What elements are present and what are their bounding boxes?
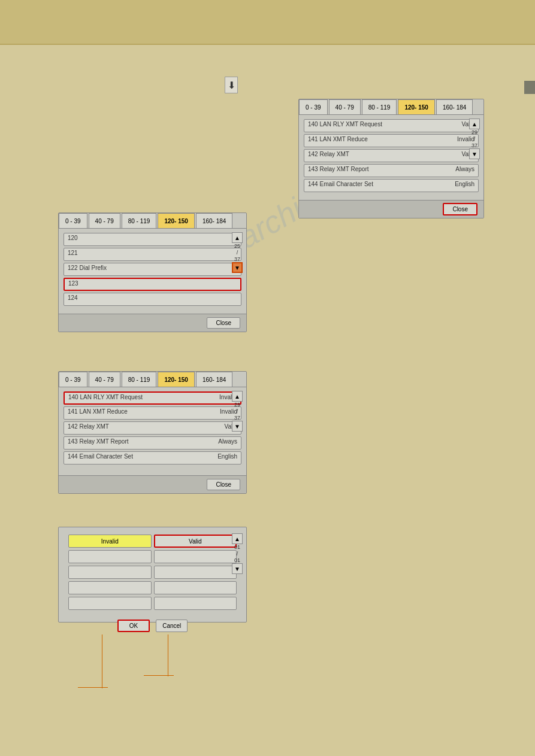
row-140-btn-p3[interactable]: 140 LAN RLY XMT RequestValid — [304, 119, 479, 132]
panel4-actions: OK Cancel — [59, 617, 246, 634]
panel2-footer: Close — [59, 475, 246, 493]
close-btn-p3[interactable]: Close — [443, 203, 477, 215]
scroll-down-p3[interactable]: ▼ — [469, 148, 480, 159]
row-144-p3: 144 Email Character SetEnglish — [304, 179, 479, 192]
value-cell-1[interactable] — [68, 550, 152, 563]
panel-scroll-list: 0 - 39 40 - 79 80 - 119 120- 150 160- 18… — [58, 212, 247, 332]
tab-40-79-p1[interactable]: 40 - 79 — [89, 213, 120, 228]
row-124-btn[interactable]: 124 — [64, 293, 241, 306]
scroll-up-p3[interactable]: ▲ — [469, 119, 480, 129]
tab-160-184-p1[interactable]: 160- 184 — [196, 213, 232, 228]
scroll-down-p1[interactable]: ▼ — [232, 262, 243, 273]
value-valid[interactable]: Valid — [154, 535, 237, 548]
panel1-tabs: 0 - 39 40 - 79 80 - 119 120- 150 160- 18… — [59, 213, 246, 229]
row-141-btn-p2[interactable]: 141 LAN XMT ReduceInvalid — [64, 406, 241, 420]
panel3-scroll: ▲ 29/37 ▼ — [469, 119, 480, 159]
panel1-scroll: ▲ 25/37 ▼ — [232, 232, 243, 273]
tab-40-79-p2[interactable]: 40 - 79 — [89, 372, 120, 387]
row-142-p3: 142 Relay XMTValid — [304, 149, 479, 162]
panel1-footer: Close — [59, 314, 246, 332]
tab-80-119-p2[interactable]: 80 - 119 — [122, 372, 157, 387]
row-143-btn-p3[interactable]: 143 Relay XMT ReportAlways — [304, 164, 479, 177]
row-124: 124 — [64, 293, 241, 306]
tab-160-184-p2[interactable]: 160- 184 — [196, 372, 232, 387]
tab-40-79-p3[interactable]: 40 - 79 — [329, 99, 361, 114]
panel2-scroll: ▲ 29/37 ▼ — [232, 391, 243, 432]
scroll-count-p4: 01/01 — [234, 544, 240, 563]
row-142-btn-p3[interactable]: 142 Relay XMTValid — [304, 149, 479, 162]
row-144-btn-p3[interactable]: 144 Email Character SetEnglish — [304, 179, 479, 192]
scroll-down-p2[interactable]: ▼ — [232, 421, 243, 432]
right-accent — [524, 81, 535, 94]
row-142-btn-p2[interactable]: 142 Relay XMTValid — [64, 421, 241, 435]
annotation-line-horiz-left — [78, 687, 108, 688]
tab-80-119-p1[interactable]: 80 - 119 — [122, 213, 157, 228]
row-140-p2: 140 LAN RLY XMT RequestInvalid — [64, 391, 241, 405]
panel-values-list: 0 - 39 40 - 79 80 - 119 120- 150 160- 18… — [58, 371, 247, 494]
panel2-body: 140 LAN RLY XMT RequestInvalid 141 LAN X… — [59, 387, 246, 469]
row-122: 122 Dial Prefix — [64, 263, 241, 276]
tab-120-150-p1[interactable]: 120- 150 — [158, 213, 194, 228]
value-cell-6[interactable] — [154, 581, 237, 594]
panel2-tabs: 0 - 39 40 - 79 80 - 119 120- 150 160- 18… — [59, 372, 246, 387]
row-123: 123 — [64, 278, 241, 291]
value-cell-4[interactable] — [154, 566, 237, 579]
row-141-btn-p3[interactable]: 141 LAN XMT ReduceInvalid — [304, 134, 479, 147]
row-123-btn[interactable]: 123 — [64, 278, 241, 291]
ok-button[interactable]: OK — [117, 620, 150, 632]
row-144-btn-p2[interactable]: 144 Email Character SetEnglish — [64, 451, 241, 464]
value-grid: Invalid Valid — [64, 531, 241, 614]
tab-0-39-p3[interactable]: 0 - 39 — [299, 99, 328, 114]
row-120: 120 — [64, 233, 241, 246]
close-btn-p2[interactable]: Close — [207, 479, 240, 490]
value-cell-2[interactable] — [154, 550, 237, 563]
tab-120-150-p2[interactable]: 120- 150 — [158, 372, 194, 387]
panel3-body: 140 LAN RLY XMT RequestValid 141 LAN XMT… — [299, 115, 483, 196]
row-143-p2: 143 Relay XMT ReportAlways — [64, 436, 241, 450]
value-cell-8[interactable] — [154, 597, 237, 610]
scroll-up-p4[interactable]: ▲ — [232, 533, 243, 544]
panel4-body: Invalid Valid — [59, 527, 246, 615]
row-140-p3: 140 LAN RLY XMT RequestValid — [304, 119, 479, 132]
download-icon[interactable] — [225, 77, 238, 93]
value-cell-5[interactable] — [68, 581, 152, 594]
tab-0-39-p1[interactable]: 0 - 39 — [59, 213, 87, 228]
row-143-btn-p2[interactable]: 143 Relay XMT ReportAlways — [64, 436, 241, 450]
top-banner — [0, 0, 535, 45]
scroll-count-p3: 29/37 — [471, 129, 477, 148]
close-btn-p1[interactable]: Close — [207, 317, 240, 329]
tab-0-39-p2[interactable]: 0 - 39 — [59, 372, 87, 387]
panel3-footer: Close — [299, 200, 483, 218]
tab-80-119-p3[interactable]: 80 - 119 — [362, 99, 397, 114]
panel-values-right: 0 - 39 40 - 79 80 - 119 120- 150 160- 18… — [298, 99, 484, 218]
row-141-p2: 141 LAN XMT ReduceInvalid — [64, 406, 241, 420]
row-143-p3: 143 Relay XMT ReportAlways — [304, 164, 479, 177]
cancel-button[interactable]: Cancel — [156, 620, 188, 632]
panel1-body: 120 121 122 Dial Prefix 123 124 — [59, 229, 246, 310]
row-144-p2: 144 Email Character SetEnglish — [64, 451, 241, 464]
row-142-p2: 142 Relay XMTValid — [64, 421, 241, 435]
annotation-line-right — [168, 634, 168, 676]
scroll-up-p1[interactable]: ▲ — [232, 232, 243, 243]
row-140-btn-p2[interactable]: 140 LAN RLY XMT RequestInvalid — [64, 391, 241, 405]
scroll-up-p2[interactable]: ▲ — [232, 391, 243, 402]
tab-120-150-p3[interactable]: 120- 150 — [398, 99, 434, 114]
scroll-count-p2: 29/37 — [234, 402, 240, 421]
tab-160-184-p3[interactable]: 160- 184 — [436, 99, 473, 114]
row-120-btn[interactable]: 120 — [64, 233, 241, 246]
panel3-tabs: 0 - 39 40 - 79 80 - 119 120- 150 160- 18… — [299, 99, 483, 115]
scroll-count-p1: 25/37 — [234, 243, 240, 262]
row-141-p3: 141 LAN XMT ReduceInvalid — [304, 134, 479, 147]
row-121-btn[interactable]: 121 — [64, 248, 241, 261]
panel-value-selector: Invalid Valid ▲ 01/01 ▼ OK Cancel — [58, 527, 247, 623]
annotation-line-left — [102, 634, 102, 688]
value-invalid[interactable]: Invalid — [68, 535, 152, 548]
annotation-line-horiz-right — [144, 675, 174, 676]
row-121: 121 — [64, 248, 241, 261]
row-122-btn[interactable]: 122 Dial Prefix — [64, 263, 241, 276]
value-cell-3[interactable] — [68, 566, 152, 579]
panel4-scroll: ▲ 01/01 ▼ — [232, 533, 243, 574]
value-cell-7[interactable] — [68, 597, 152, 610]
scroll-down-p4[interactable]: ▼ — [232, 563, 243, 574]
